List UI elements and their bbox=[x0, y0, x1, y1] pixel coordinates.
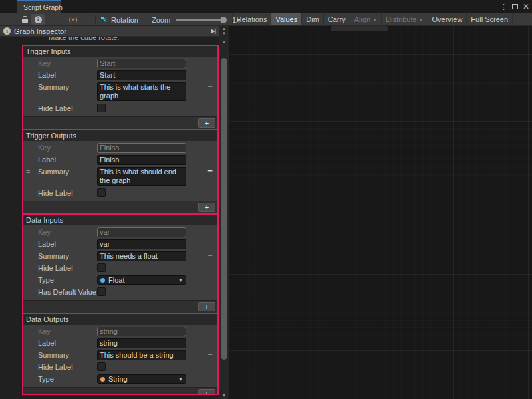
remove-port-button[interactable]: − bbox=[205, 167, 215, 176]
toolbar-button-dim[interactable]: Dim bbox=[301, 13, 323, 25]
toolbar-button-group: RelationsValuesDimCarryAlign▼Distribute▼… bbox=[232, 13, 513, 25]
scroll-down-icon[interactable]: ▼ bbox=[219, 393, 229, 398]
field-label: Hide Label bbox=[23, 188, 97, 198]
section-body: KeyFinishLabelFinish=SummaryThis is what… bbox=[23, 143, 217, 201]
toolbar-button-align[interactable]: Align▼ bbox=[350, 13, 381, 25]
type-dropdown[interactable]: String▼ bbox=[97, 374, 186, 384]
hide-label-checkbox[interactable] bbox=[97, 362, 106, 371]
type-dropdown[interactable]: Float▼ bbox=[97, 275, 186, 285]
label-input[interactable]: string bbox=[97, 338, 186, 348]
chevron-down-icon: ▼ bbox=[419, 17, 424, 22]
remove-port-button[interactable]: − bbox=[205, 350, 215, 359]
label-input[interactable]: var bbox=[97, 239, 186, 249]
remove-port-button[interactable]: − bbox=[205, 251, 215, 260]
drag-handle-icon[interactable]: = bbox=[26, 83, 30, 91]
summary-input[interactable]: This should be a string bbox=[97, 350, 186, 360]
window-menu-icon[interactable]: ⋮ bbox=[500, 3, 507, 11]
field-label: Hide Label bbox=[23, 263, 97, 273]
toolbar-button-label: Carry bbox=[328, 15, 346, 23]
row-key: KeyStart bbox=[23, 59, 217, 68]
key-input: Finish bbox=[97, 143, 186, 153]
tab-title: Script Graph bbox=[23, 3, 63, 11]
collapse-panel-icon[interactable]: ▶] bbox=[211, 28, 215, 34]
add-port-button[interactable]: + bbox=[198, 302, 215, 311]
toolbar-button-full-screen[interactable]: Full Screen bbox=[466, 13, 513, 25]
summary-input[interactable]: This needs a float bbox=[97, 251, 186, 261]
row-key: KeyFinish bbox=[23, 143, 217, 153]
graph-inspector-panel: Make the cube rotate. Trigger InputsKeyS… bbox=[0, 37, 219, 399]
drag-handle-icon[interactable]: = bbox=[26, 351, 30, 359]
toolbar-button-distribute[interactable]: Distribute▼ bbox=[381, 13, 427, 25]
code-preview-button[interactable]: ⟨×⟩ bbox=[64, 14, 82, 25]
row-summary: =SummaryThis needs a float− bbox=[23, 251, 217, 261]
field-label: Label bbox=[23, 239, 97, 249]
row-hide-label: Hide Label bbox=[23, 362, 217, 372]
toolbar-button-label: Full Screen bbox=[471, 15, 508, 23]
section-header: Trigger Outputs bbox=[23, 130, 217, 141]
field-label: Key bbox=[23, 327, 97, 336]
field-label: Summary bbox=[23, 251, 97, 261]
section-footer: + bbox=[23, 201, 217, 213]
field-label: Summary bbox=[23, 82, 97, 92]
field-label: Summary bbox=[23, 167, 97, 176]
drag-handle-icon[interactable]: = bbox=[26, 168, 30, 176]
inspector-title: Graph Inspector bbox=[14, 27, 208, 35]
has-default-value-checkbox[interactable] bbox=[97, 287, 106, 296]
row-label: Labelvar bbox=[23, 239, 217, 249]
add-port-button[interactable]: + bbox=[198, 389, 215, 395]
graph-node-top[interactable] bbox=[331, 26, 388, 31]
key-input: string bbox=[97, 327, 186, 336]
code-icon: ⟨×⟩ bbox=[68, 16, 78, 23]
tab-script-graph[interactable]: Script Graph bbox=[17, 0, 61, 13]
summary-input[interactable]: This is what should end the graph bbox=[97, 167, 186, 186]
toolbar-button-label: Dim bbox=[306, 15, 319, 23]
close-icon[interactable]: ✕ bbox=[523, 3, 529, 11]
scrollbar-thumb[interactable] bbox=[221, 58, 227, 360]
breadcrumb-label: Rotation bbox=[111, 16, 138, 24]
zoom-slider-track[interactable] bbox=[176, 19, 224, 21]
row-label: LabelStart bbox=[23, 70, 217, 80]
spinner-arrows[interactable]: ▲▼ bbox=[219, 27, 229, 36]
add-port-button[interactable]: + bbox=[198, 203, 215, 212]
section-body: KeyStartLabelStart=SummaryThis is what s… bbox=[23, 59, 217, 116]
row-label: LabelFinish bbox=[23, 155, 217, 165]
drag-handle-icon[interactable]: = bbox=[26, 252, 30, 260]
lock-icon bbox=[22, 19, 28, 23]
maximize-icon[interactable] bbox=[512, 4, 518, 9]
row-hide-label: Hide Label bbox=[23, 104, 217, 114]
toolbar-separator bbox=[95, 15, 96, 24]
row-summary: =SummaryThis should be a string− bbox=[23, 350, 217, 360]
key-input: Start bbox=[97, 59, 186, 68]
toolbar-button-label: Distribute bbox=[386, 15, 416, 23]
add-port-button[interactable]: + bbox=[198, 118, 215, 128]
graph-summary-clipped: Make the cube rotate. bbox=[49, 37, 119, 41]
row-type: TypeString▼ bbox=[23, 374, 217, 384]
summary-input[interactable]: This is what starts the graph bbox=[97, 82, 186, 101]
type-color-dot bbox=[100, 377, 105, 382]
toolbar-button-overview[interactable]: Overview bbox=[428, 13, 467, 25]
hide-label-checkbox[interactable] bbox=[97, 104, 106, 112]
toolbar-button-values[interactable]: Values bbox=[271, 13, 301, 25]
graph-toolbar: i ⟨×⟩ Rotation Zoom 1x RelationsValuesDi… bbox=[0, 13, 532, 26]
inspector-toggle-button[interactable]: i bbox=[31, 14, 45, 25]
hide-label-checkbox[interactable] bbox=[97, 263, 106, 272]
field-label: Hide Label bbox=[23, 104, 97, 113]
graph-canvas[interactable] bbox=[229, 26, 532, 399]
row-label: Labelstring bbox=[23, 338, 217, 348]
label-input[interactable]: Start bbox=[97, 70, 186, 80]
remove-port-button[interactable]: − bbox=[205, 82, 215, 91]
breadcrumb-rotation[interactable]: Rotation bbox=[100, 15, 138, 25]
label-input[interactable]: Finish bbox=[97, 155, 186, 165]
toolbar-button-carry[interactable]: Carry bbox=[323, 13, 350, 25]
zoom-slider-thumb[interactable] bbox=[220, 17, 227, 23]
scroll-up-icon[interactable]: ▲ bbox=[219, 39, 229, 44]
lock-button[interactable] bbox=[19, 14, 31, 25]
zoom-label: Zoom bbox=[152, 16, 170, 24]
toolbar-button-relations[interactable]: Relations bbox=[232, 13, 271, 25]
toolbar-button-label: Align bbox=[354, 15, 370, 23]
row-has-default-value: Has Default Value bbox=[23, 287, 217, 297]
field-label: Type bbox=[23, 275, 97, 285]
hide-label-checkbox[interactable] bbox=[97, 188, 106, 197]
field-label: Type bbox=[23, 374, 97, 384]
toolbar-button-label: Overview bbox=[432, 15, 463, 23]
